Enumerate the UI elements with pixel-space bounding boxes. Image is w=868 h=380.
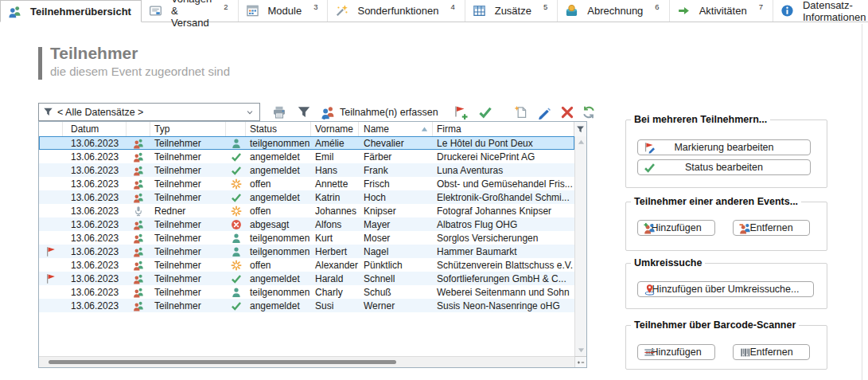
open-sun-icon	[226, 178, 246, 190]
row-marker-flag-icon	[39, 273, 63, 284]
participated-person-icon	[226, 287, 246, 298]
column-filter-button[interactable]	[574, 122, 586, 137]
cell-vorname: Hans	[311, 165, 359, 176]
cell-firma: Obst- und Gemüsehandel Fris...	[433, 178, 574, 190]
flag-plus-icon	[453, 105, 468, 119]
column-header-name[interactable]: Name	[359, 122, 433, 136]
chevron-down-icon	[245, 108, 255, 117]
add-marker-button[interactable]	[453, 105, 468, 119]
column-header-label: Name	[364, 123, 389, 135]
participants-table: DatumTypStatusVornameNameFirma 13.06.202…	[38, 121, 587, 368]
tab-zusätze[interactable]: Zusätze5	[465, 0, 559, 22]
filter-dropdown[interactable]: < Alle Datensätze >	[38, 103, 260, 121]
cell-datum: 13.06.2023	[63, 219, 127, 230]
refresh-icon	[582, 105, 596, 119]
add-from-event-button[interactable]: Hinzufügen	[637, 220, 715, 236]
group-box: Bei mehreren Teilnehmern...Markierung be…	[625, 119, 827, 188]
open-sun-icon	[226, 260, 246, 271]
column-header-status[interactable]: Status	[246, 122, 311, 136]
column-header-vorname[interactable]: Vorname	[311, 122, 359, 136]
record-participation-button[interactable]: Teilnahme(n) erfassen	[321, 105, 438, 119]
column-header-firma[interactable]: Firma	[433, 122, 574, 136]
cell-vorname: Amélie	[311, 138, 359, 149]
column-header-icon[interactable]	[226, 122, 246, 136]
add-by-radius-search-button[interactable]: Hinzufügen über Umkreissuche...	[637, 281, 814, 297]
table-row[interactable]: 13.06.2023TeilnehmerangemeldetHansFrankL…	[39, 163, 574, 177]
column-header-icon[interactable]	[39, 122, 63, 136]
scroll-down-icon[interactable]	[575, 347, 586, 354]
participants-overview-icon	[8, 5, 21, 18]
remove-from-event-button[interactable]: Entfernen	[733, 220, 810, 236]
table-row[interactable]: 13.06.2023RedneroffenJohannesKnipserFoto…	[39, 204, 574, 217]
table-row[interactable]: 13.06.2023TeilnehmerteilgenommenCharlySc…	[39, 285, 574, 299]
group-title: Umkreissuche	[631, 257, 705, 268]
barcode-scanner-icon	[644, 347, 656, 358]
table-row[interactable]: 13.06.2023TeilnehmeroffenAlexanderPünktl…	[39, 258, 574, 272]
cell-vorname: Annette	[311, 178, 359, 190]
column-header-typ[interactable]: Typ	[150, 122, 226, 136]
table-row[interactable]: 13.06.2023TeilnehmerabgesagtAlfonsMayerA…	[39, 217, 574, 231]
table-row[interactable]: 13.06.2023TeilnehmerangemeldetKatrinHoch…	[39, 190, 574, 204]
cell-datum: 13.06.2023	[63, 246, 127, 257]
cell-datum: 13.06.2023	[63, 287, 127, 298]
cell-datum: 13.06.2023	[63, 192, 127, 203]
cell-datum: 13.06.2023	[63, 300, 127, 311]
set-status-button[interactable]	[478, 105, 492, 119]
barcode-remove-button[interactable]: Entfernen	[733, 344, 810, 360]
registered-check-icon	[226, 273, 246, 284]
button-label: Hinzufügen	[651, 222, 701, 233]
cell-status: angemeldet	[246, 192, 311, 203]
table-row[interactable]: 13.06.2023TeilnehmerteilgenommenHerbertN…	[39, 245, 574, 258]
tab-number: 4	[450, 2, 454, 11]
participants-add-icon	[644, 222, 656, 234]
table-row[interactable]: 13.06.2023TeilnehmerteilgenommenAmélieCh…	[39, 136, 574, 150]
tab-sonderfunktionen[interactable]: Sonderfunktionen4	[328, 0, 465, 22]
column-header-datum[interactable]: Datum	[63, 122, 127, 136]
participants-icon	[127, 246, 150, 257]
tab-module[interactable]: Module3	[239, 0, 329, 22]
new-record-button[interactable]	[514, 105, 528, 119]
scroll-up-icon[interactable]	[575, 139, 586, 146]
map-pin-icon	[644, 284, 656, 296]
refresh-button[interactable]	[582, 105, 596, 119]
barcode-add-button[interactable]: Hinzufügen	[637, 344, 715, 360]
horizontal-scrollbar-thumb[interactable]	[49, 360, 396, 364]
cell-typ: Teilnehmer	[150, 165, 226, 176]
cell-vorname: Herbert	[311, 246, 359, 257]
printer-icon	[272, 105, 286, 119]
edit-record-button[interactable]	[537, 105, 551, 119]
table-row[interactable]: 13.06.2023TeilnehmeroffenAnnetteFrischOb…	[39, 177, 574, 190]
horizontal-scrollbar[interactable]	[39, 356, 574, 367]
vertical-scrollbar[interactable]	[574, 136, 586, 356]
cell-firma: Weberei Seitenmann und Sohn	[433, 287, 574, 298]
delete-record-button[interactable]	[560, 105, 574, 119]
cell-name: Frank	[359, 165, 433, 176]
participants-icon	[127, 192, 150, 203]
filter-button[interactable]	[297, 105, 311, 119]
sort-ascending-icon	[420, 125, 429, 134]
table-row[interactable]: 13.06.2023TeilnehmerangemeldetSusiWerner…	[39, 299, 574, 312]
participants-sync-icon	[321, 105, 335, 119]
row-marker-flag-icon	[39, 246, 63, 257]
print-button[interactable]	[272, 105, 286, 119]
action-panel: Bei mehreren Teilnehmern...Markierung be…	[625, 0, 827, 380]
window-right-divider	[862, 24, 862, 380]
edit-marker-button[interactable]: Markierung bearbeiten	[637, 139, 811, 155]
tab-teilnehmerübersicht[interactable]: Teilnehmerübersicht	[0, 0, 142, 22]
column-width-adjust-button[interactable]	[574, 356, 586, 367]
cell-firma: Susis Neon-Nasenringe oHG	[433, 300, 574, 311]
edit-status-button[interactable]: Status bearbeiten	[637, 159, 811, 175]
tab-vorlagen-&-versand[interactable]: Vorlagen & Versand2	[142, 0, 239, 22]
cell-name: Hoch	[359, 192, 433, 203]
cell-name: Werner	[359, 300, 433, 311]
pencil-icon	[537, 105, 551, 119]
cell-datum: 13.06.2023	[63, 206, 127, 217]
table-row[interactable]: 13.06.2023TeilnehmerangemeldetHaraldSchn…	[39, 272, 574, 285]
tab-label: Teilnehmerübersicht	[30, 6, 131, 18]
column-header-icon[interactable]	[127, 122, 150, 136]
cell-firma: Hammer Baumarkt	[433, 246, 574, 257]
table-body: 13.06.2023TeilnehmerteilgenommenAmélieCh…	[39, 136, 574, 356]
table-row[interactable]: 13.06.2023TeilnehmerangemeldetEmilFärber…	[39, 150, 574, 163]
table-row[interactable]: 13.06.2023TeilnehmerteilgenommenKurtMose…	[39, 231, 574, 245]
button-label: Entfernen	[749, 222, 792, 233]
